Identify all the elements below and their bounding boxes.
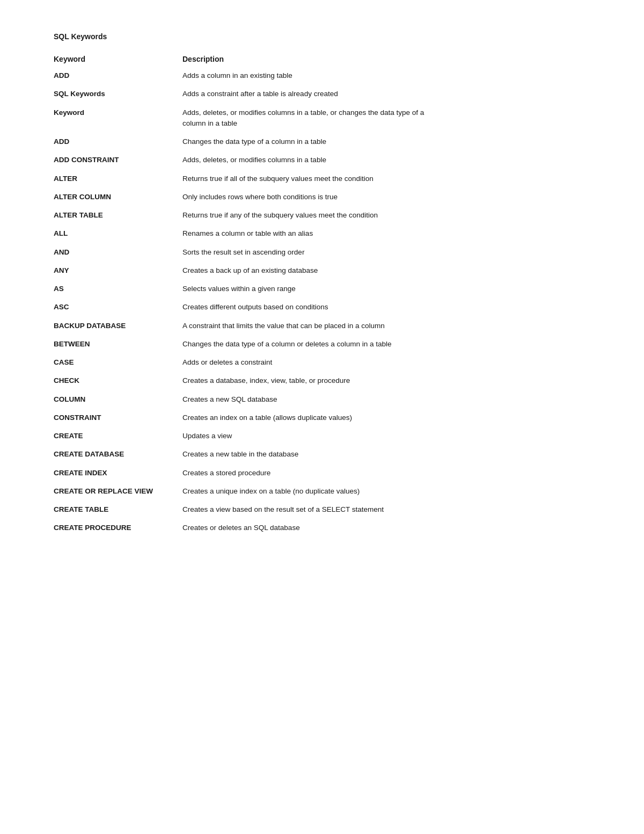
table-row: ASSelects values within a given range: [54, 280, 429, 298]
table-row: CREATE TABLECreates a view based on the …: [54, 501, 429, 519]
description-cell: Creates a new SQL database: [182, 390, 429, 409]
keyword-cell: CREATE: [54, 427, 182, 445]
table-row: CREATE OR REPLACE VIEWCreates a unique i…: [54, 482, 429, 501]
table-row: CREATE INDEXCreates a stored procedure: [54, 464, 429, 482]
description-cell: Changes the data type of a column in a t…: [182, 133, 429, 151]
keyword-cell: ALTER TABLE: [54, 206, 182, 224]
keyword-cell: AS: [54, 280, 182, 298]
description-cell: Adds a constraint after a table is alrea…: [182, 85, 429, 103]
keyword-cell: CREATE INDEX: [54, 464, 182, 482]
keyword-cell: CREATE PROCEDURE: [54, 519, 182, 537]
table-header-row: Keyword Description: [54, 52, 429, 67]
table-row: SQL KeywordsAdds a constraint after a ta…: [54, 85, 429, 103]
description-cell: Selects values within a given range: [182, 280, 429, 298]
description-cell: Creates or deletes an SQL database: [182, 519, 429, 537]
table-row: CASEAdds or deletes a constraint: [54, 353, 429, 372]
keyword-cell: ANY: [54, 262, 182, 280]
description-cell: A constraint that limits the value that …: [182, 317, 429, 335]
keyword-cell: BETWEEN: [54, 335, 182, 353]
page-title: SQL Keywords: [54, 32, 429, 41]
column-header-description: Description: [182, 52, 429, 67]
description-cell: Creates a database, index, view, table, …: [182, 372, 429, 390]
description-cell: Creates an index on a table (allows dupl…: [182, 409, 429, 427]
description-cell: Renames a column or table with an alias: [182, 224, 429, 243]
description-cell: Adds or deletes a constraint: [182, 353, 429, 372]
table-row: ALTER TABLEReturns true if any of the su…: [54, 206, 429, 224]
table-row: CREATEUpdates a view: [54, 427, 429, 445]
keyword-cell: ADD: [54, 133, 182, 151]
description-cell: Only includes rows where both conditions…: [182, 188, 429, 206]
keyword-cell: CREATE TABLE: [54, 501, 182, 519]
keyword-cell: CHECK: [54, 372, 182, 390]
table-row: CREATE PROCEDURECreates or deletes an SQ…: [54, 519, 429, 537]
table-row: ALTER COLUMNOnly includes rows where bot…: [54, 188, 429, 206]
description-cell: Creates a unique index on a table (no du…: [182, 482, 429, 501]
keyword-cell: CREATE OR REPLACE VIEW: [54, 482, 182, 501]
keyword-cell: SQL Keywords: [54, 85, 182, 103]
keyword-cell: ASC: [54, 298, 182, 316]
keyword-cell: ADD CONSTRAINT: [54, 151, 182, 169]
description-cell: Adds, deletes, or modifies columns in a …: [182, 104, 429, 133]
table-row: BACKUP DATABASEA constraint that limits …: [54, 317, 429, 335]
keyword-cell: ADD: [54, 67, 182, 85]
description-cell: Returns true if all of the subquery valu…: [182, 170, 429, 188]
table-row: BETWEENChanges the data type of a column…: [54, 335, 429, 353]
keyword-cell: CASE: [54, 353, 182, 372]
description-cell: Creates a new table in the database: [182, 445, 429, 463]
description-cell: Updates a view: [182, 427, 429, 445]
table-row: COLUMNCreates a new SQL database: [54, 390, 429, 409]
keyword-cell: AND: [54, 243, 182, 262]
description-cell: Creates different outputs based on condi…: [182, 298, 429, 316]
description-cell: Returns true if any of the subquery valu…: [182, 206, 429, 224]
description-cell: Creates a view based on the result set o…: [182, 501, 429, 519]
keyword-cell: CREATE DATABASE: [54, 445, 182, 463]
sql-keywords-table: Keyword Description ADDAdds a column in …: [54, 52, 429, 538]
description-cell: Sorts the result set in ascending order: [182, 243, 429, 262]
keyword-cell: COLUMN: [54, 390, 182, 409]
column-header-keyword: Keyword: [54, 52, 182, 67]
description-cell: Creates a back up of an existing databas…: [182, 262, 429, 280]
keyword-cell: ALL: [54, 224, 182, 243]
table-row: CONSTRAINTCreates an index on a table (a…: [54, 409, 429, 427]
keyword-cell: ALTER COLUMN: [54, 188, 182, 206]
table-row: CHECKCreates a database, index, view, ta…: [54, 372, 429, 390]
table-row: ALTERReturns true if all of the subquery…: [54, 170, 429, 188]
table-row: ASCCreates different outputs based on co…: [54, 298, 429, 316]
table-row: ADD CONSTRAINTAdds, deletes, or modifies…: [54, 151, 429, 169]
table-row: ANDSorts the result set in ascending ord…: [54, 243, 429, 262]
description-cell: Adds a column in an existing table: [182, 67, 429, 85]
keyword-cell: CONSTRAINT: [54, 409, 182, 427]
description-cell: Changes the data type of a column or del…: [182, 335, 429, 353]
table-row: CREATE DATABASECreates a new table in th…: [54, 445, 429, 463]
table-row: ALLRenames a column or table with an ali…: [54, 224, 429, 243]
table-row: ADDAdds a column in an existing table: [54, 67, 429, 85]
keyword-cell: Keyword: [54, 104, 182, 133]
table-row: KeywordAdds, deletes, or modifies column…: [54, 104, 429, 133]
table-row: ANYCreates a back up of an existing data…: [54, 262, 429, 280]
keyword-cell: ALTER: [54, 170, 182, 188]
page-container: SQL Keywords Keyword Description ADDAdds…: [0, 0, 483, 570]
table-row: ADDChanges the data type of a column in …: [54, 133, 429, 151]
description-cell: Adds, deletes, or modifies columns in a …: [182, 151, 429, 169]
description-cell: Creates a stored procedure: [182, 464, 429, 482]
keyword-cell: BACKUP DATABASE: [54, 317, 182, 335]
